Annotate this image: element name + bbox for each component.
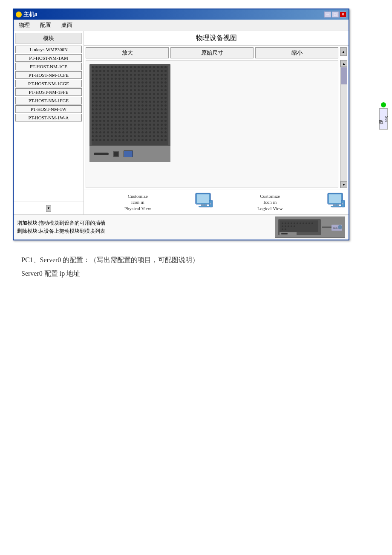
device-dot bbox=[153, 112, 155, 114]
zoom-out-button[interactable]: 缩小 bbox=[255, 47, 338, 58]
device-dot bbox=[149, 112, 151, 114]
module-header: 模块 bbox=[15, 33, 82, 44]
close-button[interactable]: ✕ bbox=[340, 12, 346, 17]
device-dot bbox=[103, 104, 105, 107]
device-dot bbox=[161, 120, 163, 122]
device-preview: Link bbox=[275, 217, 345, 238]
device-dot bbox=[130, 104, 132, 107]
device-dot bbox=[95, 131, 98, 133]
device-dot bbox=[122, 116, 124, 118]
device-dot bbox=[99, 120, 101, 122]
device-dot bbox=[111, 78, 113, 80]
device-dot bbox=[134, 70, 136, 72]
device-dot bbox=[138, 78, 140, 80]
module-item[interactable]: PT-HOST-NM-1AM bbox=[15, 54, 82, 62]
device-dot bbox=[103, 74, 105, 76]
device-dot bbox=[134, 131, 136, 133]
menu-item-desktop[interactable]: 桌面 bbox=[58, 20, 76, 30]
device-dot bbox=[130, 127, 132, 130]
module-item[interactable]: PT-HOST-NM-1W bbox=[15, 105, 82, 113]
device-dot bbox=[115, 78, 117, 80]
logical-icon-button[interactable] bbox=[326, 192, 347, 213]
device-dot bbox=[92, 124, 94, 126]
scroll-right-up-arrow[interactable]: ▲ bbox=[340, 47, 347, 56]
device-dot bbox=[164, 108, 167, 110]
device-dot bbox=[157, 131, 159, 133]
device-dot bbox=[161, 124, 163, 126]
device-dot bbox=[115, 93, 117, 95]
config-line-2: Server0 配置 ip 地址 bbox=[21, 267, 371, 280]
connector-port bbox=[113, 151, 119, 157]
device-dot bbox=[161, 74, 163, 76]
device-dot bbox=[161, 66, 163, 68]
device-dot bbox=[107, 70, 109, 72]
scroll-up-button[interactable]: ▲ bbox=[340, 60, 347, 67]
device-dot bbox=[111, 81, 113, 84]
device-dot bbox=[107, 101, 109, 103]
device-dot bbox=[145, 120, 147, 122]
device-dot bbox=[115, 108, 117, 110]
device-dot bbox=[138, 70, 140, 72]
device-dot bbox=[118, 89, 121, 91]
module-list[interactable]: Linksys-WMP300N PT-HOST-NM-1AM PT-HOST-N… bbox=[14, 46, 84, 202]
scroll-thumb[interactable] bbox=[341, 67, 347, 84]
device-dot bbox=[115, 135, 117, 137]
device-dot bbox=[115, 131, 117, 133]
device-dot bbox=[92, 131, 94, 133]
original-size-button[interactable]: 原始尺寸 bbox=[170, 47, 254, 58]
physical-icon-button[interactable] bbox=[193, 192, 215, 213]
device-dot bbox=[107, 85, 109, 87]
device-dot bbox=[107, 127, 109, 130]
device-dot bbox=[145, 70, 147, 72]
device-dot bbox=[92, 81, 94, 84]
device-dot bbox=[122, 108, 124, 110]
device-dot bbox=[145, 78, 147, 80]
device-dot bbox=[126, 101, 128, 103]
device-dot bbox=[161, 89, 163, 91]
scrollbar[interactable]: ▲ ▼ bbox=[340, 60, 347, 188]
device-dot bbox=[126, 85, 128, 87]
device-dot bbox=[134, 66, 136, 68]
module-item[interactable]: PT-HOST-NM-1CGE bbox=[15, 80, 82, 87]
device-dot bbox=[111, 104, 113, 107]
device-dot bbox=[149, 78, 151, 80]
device-dot bbox=[157, 70, 159, 72]
device-dot bbox=[164, 112, 167, 114]
minimize-button[interactable]: ─ bbox=[324, 12, 331, 17]
device-dot bbox=[149, 70, 151, 72]
device-dot bbox=[153, 97, 155, 99]
svg-point-19 bbox=[282, 223, 283, 224]
module-item[interactable]: PT-HOST-NM-1FGE bbox=[15, 97, 82, 104]
device-dot bbox=[103, 139, 105, 141]
zoom-in-button[interactable]: 放大 bbox=[86, 47, 169, 58]
maximize-button[interactable]: □ bbox=[332, 12, 339, 17]
scroll-down-button[interactable]: ▼ bbox=[340, 181, 347, 188]
module-item[interactable]: PT-HOST-NM-1CFE bbox=[15, 71, 82, 79]
device-dot bbox=[103, 97, 105, 99]
device-dot bbox=[134, 89, 136, 91]
device-dot bbox=[126, 139, 128, 141]
device-dot bbox=[164, 127, 167, 130]
device-dot bbox=[103, 81, 105, 84]
device-dot bbox=[164, 135, 167, 137]
device-display-wrapper: // Dots will be created by JS below bbox=[84, 60, 347, 188]
device-dot bbox=[149, 89, 151, 91]
module-item[interactable]: Linksys-WMP300N bbox=[15, 46, 82, 53]
device-dot bbox=[141, 97, 144, 99]
scroll-down-arrow[interactable]: ▼ bbox=[46, 205, 51, 212]
module-item[interactable]: PT-HOST-NM-1W-A bbox=[15, 114, 82, 121]
device-dot bbox=[138, 74, 140, 76]
customize-physical-label: CustomizeIcon inPhysical View bbox=[124, 193, 151, 211]
menu-item-config[interactable]: 配置 bbox=[37, 20, 55, 30]
module-item[interactable]: PT-HOST-NM-1CE bbox=[15, 63, 82, 70]
device-dot bbox=[118, 120, 121, 122]
device-dot bbox=[95, 89, 98, 91]
device-dot bbox=[103, 112, 105, 114]
menu-item-physical[interactable]: 物理 bbox=[15, 20, 33, 30]
device-dot bbox=[115, 116, 117, 118]
device-dot-grid: // Dots will be created by JS below bbox=[92, 66, 168, 145]
device-dot bbox=[92, 78, 94, 80]
device-dot bbox=[115, 120, 117, 122]
module-item[interactable]: PT-HOST-NM-1FFE bbox=[15, 88, 82, 96]
device-dot bbox=[99, 85, 101, 87]
